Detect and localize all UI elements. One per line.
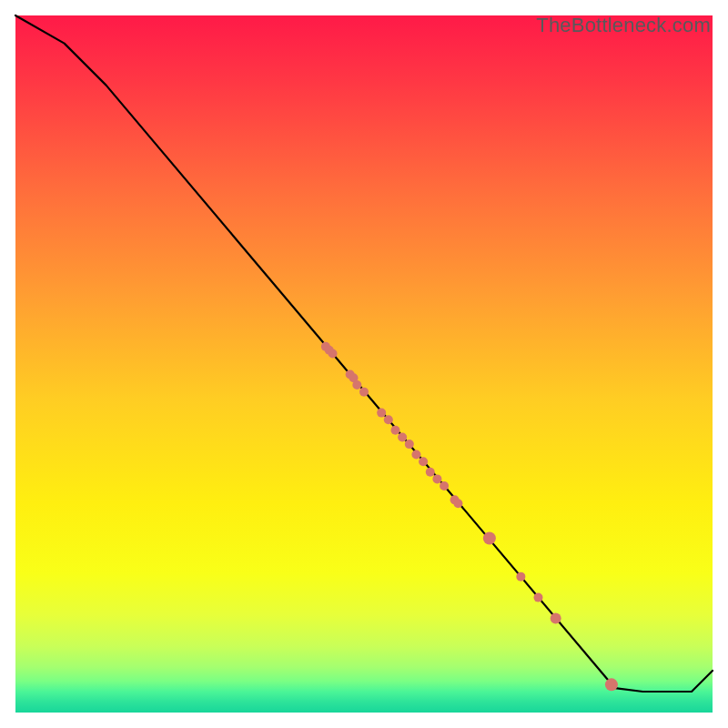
plot-area: TheBottleneck.com [15,15,713,713]
data-point [419,457,428,466]
data-point [377,409,386,418]
data-point [352,380,361,389]
data-point [516,572,525,581]
data-point [405,440,414,449]
data-point [483,531,496,544]
data-point [426,468,435,477]
chart-overlay [15,15,713,713]
data-point [551,613,561,624]
chart-canvas: TheBottleneck.com [0,0,728,728]
data-point [432,474,441,483]
data-point [329,349,338,359]
data-point [411,450,420,460]
data-point [533,593,542,602]
data-point [398,432,407,441]
data-point [384,415,393,424]
data-point [605,678,618,691]
data-point [453,499,462,508]
data-point [390,426,399,435]
curve-line [15,15,713,692]
data-point [440,481,449,490]
data-point [359,388,369,397]
